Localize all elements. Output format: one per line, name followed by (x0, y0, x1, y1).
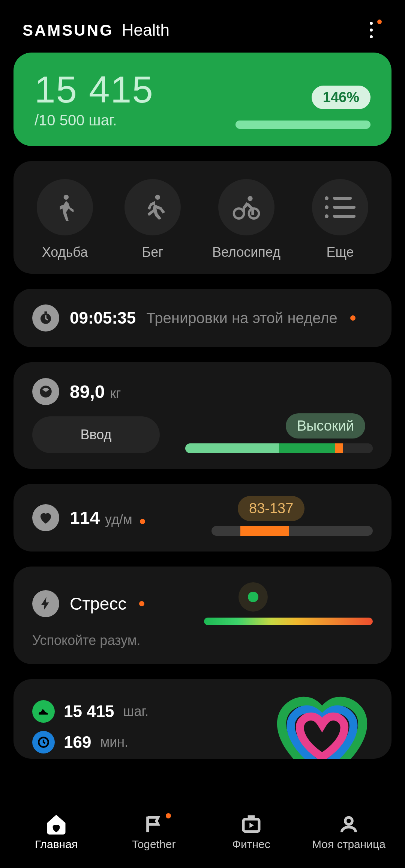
weight-level-badge: Высокий (286, 413, 365, 439)
activity-mins-unit: мин. (100, 734, 128, 750)
svg-point-4 (248, 196, 252, 201)
workout-run-label: Бег (142, 244, 164, 260)
more-options-button[interactable] (360, 19, 382, 41)
nav-home[interactable]: Главная (11, 814, 101, 851)
svg-point-1 (155, 195, 160, 200)
stress-gradient-bar (204, 618, 373, 625)
bike-icon (231, 192, 261, 222)
stress-subtitle: Успокойте разум. (32, 633, 373, 648)
workout-run[interactable]: Бег (124, 179, 181, 260)
app-header: SAMSUNG Health (0, 0, 405, 53)
nav-together-label: Together (132, 838, 176, 851)
hr-range-indicator: 83-137 (212, 500, 373, 536)
workout-bike[interactable]: Велосипед (212, 179, 280, 260)
video-icon (241, 814, 262, 835)
activity-rings-icon (272, 695, 373, 759)
brand-logo: SAMSUNG Health (22, 21, 170, 39)
hr-value: 114 (70, 508, 100, 528)
shoe-icon (32, 700, 55, 723)
notification-dot-icon (140, 519, 145, 524)
svg-point-0 (64, 195, 69, 200)
stress-title: Стресс (70, 594, 126, 614)
hr-unit: уд/м (105, 512, 132, 527)
nav-together[interactable]: Together (109, 814, 199, 851)
activity-card[interactable]: 15 415 шаг. 169 мин. (14, 679, 392, 759)
nav-fitness[interactable]: Фитнес (206, 814, 296, 851)
activity-steps-unit: шаг. (123, 704, 149, 719)
activity-steps: 15 415 (64, 702, 114, 721)
notification-dot-icon (166, 813, 171, 818)
svg-rect-6 (45, 312, 47, 313)
activity-mins: 169 (64, 733, 91, 752)
workout-more-label: Еще (326, 244, 354, 260)
stress-card[interactable]: Стресс Успокойте разум. (14, 567, 392, 664)
notification-dot-icon (139, 601, 144, 606)
heart-rate-card[interactable]: 114 уд/м 83-137 (14, 484, 392, 552)
weight-card[interactable]: 89,0 кг Ввод Высокий (14, 362, 392, 469)
steps-progress-bar (236, 121, 370, 129)
svg-point-10 (345, 817, 352, 824)
stopwatch-icon (32, 304, 59, 332)
steps-card[interactable]: 15 415 /10 500 шаг. 146% (14, 53, 392, 146)
clock-icon (32, 731, 55, 753)
steps-percent-badge: 146% (312, 86, 370, 109)
flag-icon (143, 814, 164, 835)
nav-profile[interactable]: Моя страница (304, 814, 394, 851)
brand-health: Health (122, 21, 170, 39)
workouts-card: Ходьба Бег Велосипед Еще (14, 161, 392, 274)
training-time: 09:05:35 (70, 309, 136, 327)
hr-range-badge: 83-137 (238, 496, 304, 521)
list-icon (325, 196, 356, 218)
weight-input-button[interactable]: Ввод (32, 416, 160, 453)
bottom-nav: Главная Together Фитнес Моя страница (0, 804, 405, 868)
workout-walk-label: Ходьба (42, 244, 88, 260)
heart-icon (32, 504, 59, 531)
brand-samsung: SAMSUNG (22, 21, 114, 39)
more-icon (370, 22, 373, 38)
nav-home-label: Главная (35, 838, 78, 851)
person-icon (338, 814, 359, 835)
steps-count: 15 415 (34, 71, 154, 108)
training-label: Тренировки на этой неделе (146, 310, 338, 327)
weight-unit: кг (110, 386, 121, 401)
notification-dot-icon (377, 20, 382, 24)
steps-target: /10 500 шаг. (34, 112, 154, 129)
workout-more[interactable]: Еще (312, 179, 368, 260)
workout-bike-label: Велосипед (212, 244, 280, 260)
weight-level-indicator: Высокий (185, 421, 373, 453)
training-card[interactable]: 09:05:35 Тренировки на этой неделе (14, 289, 392, 347)
nav-fitness-label: Фитнес (232, 838, 270, 851)
run-icon (138, 192, 168, 222)
notification-dot-icon (350, 315, 356, 321)
home-icon (46, 814, 67, 835)
bolt-icon (32, 590, 59, 617)
scale-icon (32, 378, 59, 405)
stress-level-dot (238, 582, 268, 612)
weight-value: 89,0 (70, 381, 105, 402)
workout-walk[interactable]: Ходьба (37, 179, 93, 260)
nav-profile-label: Моя страница (312, 838, 386, 851)
svg-point-2 (234, 208, 244, 219)
walk-icon (50, 192, 80, 222)
